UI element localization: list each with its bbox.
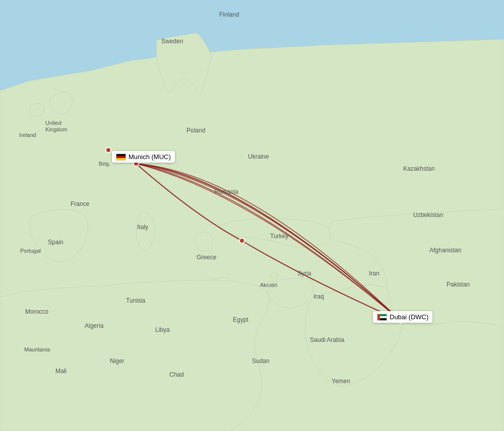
label-romania: Romania xyxy=(214,188,238,195)
label-morocco: Morocco xyxy=(25,308,48,315)
label-tunisia: Tunisia xyxy=(126,297,145,304)
label-poland: Poland xyxy=(186,127,205,134)
label-sweden: Sweden xyxy=(161,38,183,45)
dubai-label-text: Dubai (DWC) xyxy=(390,313,428,321)
map-container: Finland Sweden UnitedKingdom Ireland Fra… xyxy=(0,0,504,431)
label-saudi: Saudi Arabia xyxy=(310,336,344,343)
label-algeria: Algeria xyxy=(85,322,103,329)
label-uzbekistan: Uzbekistan xyxy=(413,211,443,219)
label-finland: Finland xyxy=(219,11,239,18)
label-akrotiri: Akrotiri xyxy=(260,282,277,288)
label-iraq: Iraq xyxy=(313,293,324,300)
label-ukraine: Ukraine xyxy=(248,153,269,160)
label-libya: Libya xyxy=(155,326,170,333)
label-pakistan: Pakistan xyxy=(447,281,470,288)
label-chad: Chad xyxy=(169,371,184,378)
label-yemen: Yemen xyxy=(332,378,350,385)
label-france: France xyxy=(71,200,89,207)
uae-flag xyxy=(377,314,387,321)
label-italy: Italy xyxy=(137,224,148,231)
label-mali: Mali xyxy=(55,368,67,375)
label-uk: UnitedKingdom xyxy=(45,120,67,133)
label-greece: Greece xyxy=(197,254,216,261)
label-turkey: Turkey xyxy=(270,233,288,240)
label-afghanistan: Afghanistan xyxy=(429,247,461,254)
label-kazakhstan: Kazakhstan xyxy=(403,165,435,172)
dubai-label: Dubai (DWC) xyxy=(373,311,432,323)
label-belgium: Belg. xyxy=(99,161,110,167)
label-ireland: Ireland xyxy=(19,132,36,138)
svg-point-4 xyxy=(239,238,244,243)
svg-point-1 xyxy=(106,148,111,153)
label-syria: Syria xyxy=(297,270,311,277)
label-niger: Niger xyxy=(110,357,124,365)
label-egypt: Egypt xyxy=(233,316,248,323)
label-iran: Iran xyxy=(369,270,380,277)
munich-label-text: Munich (MUC) xyxy=(129,153,171,161)
label-portugal: Portugal xyxy=(20,248,41,254)
label-mauritania: Mauritania xyxy=(24,346,50,352)
label-spain: Spain xyxy=(48,239,64,246)
munich-label: Munich (MUC) xyxy=(112,151,175,163)
germany-flag xyxy=(116,154,126,161)
label-sudan: Sudan xyxy=(252,357,270,365)
